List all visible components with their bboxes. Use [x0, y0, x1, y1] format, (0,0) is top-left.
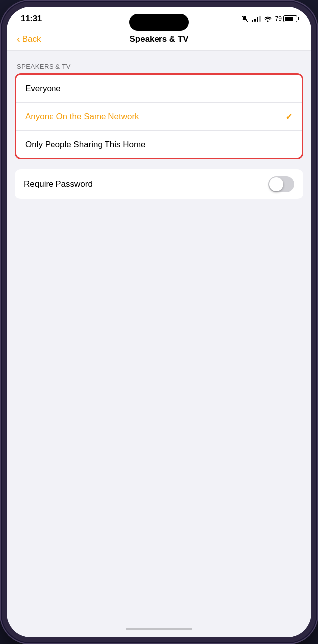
battery-fill [285, 17, 293, 21]
checkmark-icon: ✓ [285, 111, 293, 122]
require-password-toggle[interactable] [268, 176, 294, 192]
settings-group: Require Password [15, 169, 303, 199]
phone-frame: 11:31 [0, 0, 318, 644]
toggle-thumb [269, 177, 283, 191]
option-same-network-label: Anyone On the Same Network [25, 112, 139, 122]
option-home-only-label: Only People Sharing This Home [25, 140, 146, 149]
status-time: 11:31 [21, 14, 42, 24]
wifi-icon [264, 16, 272, 22]
status-icons: 79 [241, 15, 297, 22]
section-label: SPEAKERS & TV [7, 63, 311, 73]
option-everyone-label: Everyone [25, 84, 61, 94]
dynamic-island [129, 14, 189, 31]
battery-icon: 79 [275, 15, 297, 22]
phone-screen: 11:31 [7, 7, 311, 637]
require-password-row: Require Password [15, 169, 303, 199]
battery-box [283, 15, 297, 22]
option-everyone[interactable]: Everyone [16, 75, 302, 102]
home-indicator [7, 624, 311, 637]
back-label: Back [22, 34, 41, 44]
bell-mute-icon [241, 15, 248, 22]
options-group: Everyone Anyone On the Same Network ✓ On… [15, 73, 303, 159]
nav-title: Speakers & TV [129, 34, 188, 44]
home-bar [126, 628, 192, 630]
signal-bars-icon [252, 16, 261, 22]
option-same-network[interactable]: Anyone On the Same Network ✓ [16, 102, 302, 130]
nav-bar: ‹ Back Speakers & TV [7, 29, 311, 51]
battery-percent: 79 [275, 15, 282, 22]
option-home-only[interactable]: Only People Sharing This Home [16, 130, 302, 158]
back-button[interactable]: ‹ Back [17, 34, 41, 45]
require-password-label: Require Password [24, 179, 93, 189]
back-chevron-icon: ‹ [17, 33, 20, 45]
content-area: SPEAKERS & TV Everyone Anyone On the Sam… [7, 51, 311, 624]
